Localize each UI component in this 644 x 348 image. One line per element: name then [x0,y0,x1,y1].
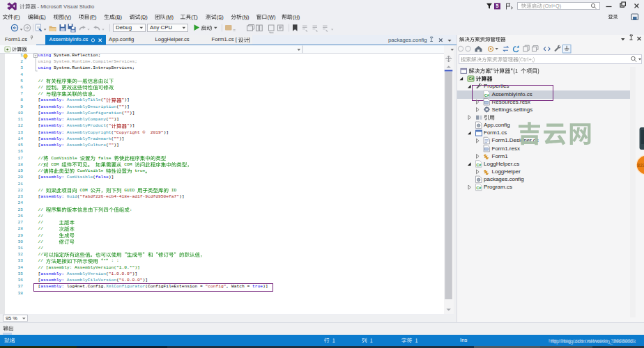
svg-text:5: 5 [496,3,498,9]
svg-text:823: 823 [637,163,644,168]
svg-text:C#: C# [476,163,482,167]
svg-text:C#: C# [484,93,490,97]
svg-text:C#: C# [476,186,482,190]
svg-text:C#: C# [468,77,474,81]
